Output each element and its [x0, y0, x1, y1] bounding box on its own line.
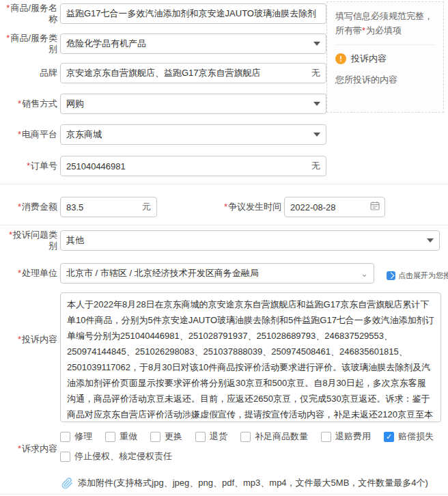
product-name-label: *商品/服务名称 [0, 3, 57, 24]
help-panel-notice: 填写信息必须规范完整，所有带*为必填项 [335, 9, 435, 38]
demands-row-1: 修理 重做 更换 退货 补足商品数量 退赔费用 赔偿损失 [60, 430, 443, 443]
required-asterisk: * [6, 3, 10, 13]
handling-unit-select[interactable]: 北京市 / 市辖区 / 北京经济技术开发区商务金融局 ⌄ [60, 263, 374, 284]
recommend-unit-link[interactable]: 点击展开为您推荐处 [387, 271, 448, 281]
recommend-unit-text: 点击展开为您推荐处 [398, 271, 448, 281]
checkbox-replace[interactable]: 更换 [150, 430, 182, 443]
product-category-select[interactable]: 危险化学品有机产品 [60, 33, 326, 54]
bottom-divider [0, 494, 448, 495]
help-section-desc: 您所投诉的内容 [335, 74, 435, 86]
product-category-value: 危险化学品有机产品 [66, 38, 309, 50]
field-row-product-name: *商品/服务名称 [0, 3, 326, 24]
handling-unit-value: 北京市 / 市辖区 / 北京经济技术开发区商务金融局 [66, 267, 356, 279]
amount-unit-suffix: 元 [139, 201, 151, 213]
required-asterisk: * [18, 334, 21, 344]
platform-value: 京东商城 [66, 128, 309, 141]
demands-row-2: 停止侵权、核定侵权责任 [60, 450, 443, 463]
help-panel-divider [335, 44, 435, 45]
sales-method-select[interactable]: 网购 [60, 94, 326, 114]
required-asterisk: * [9, 230, 12, 240]
demands-options: 修理 重做 更换 退货 补足商品数量 退赔费用 赔偿损失 停止侵权、核定侵权责任 [60, 430, 443, 470]
add-attachment-link[interactable]: 添加附件(支持格式jpg、jpeg、png、pdf、mp3、mp4，文件最大5M… [61, 477, 428, 489]
field-row-product-category: *商品/服务类别 危险化学品有机产品 [0, 33, 326, 54]
field-row-sales-method: *销售方式 网购 [0, 94, 326, 114]
required-asterisk: * [18, 202, 21, 212]
brand-label: 品牌 [0, 68, 57, 79]
exclamation-circle-icon [335, 53, 346, 64]
complaint-form-page: *商品/服务名称 *商品/服务类别 危险化学品有机产品 品牌 无 *销售方式 网… [0, 0, 448, 496]
checkbox-redo[interactable]: 重做 [105, 430, 137, 443]
handling-unit-label: *处理单位 [0, 268, 57, 279]
help-panel: 填写信息必须规范完整，所有带*为必填项 投诉内容 您所投诉的内容 [326, 1, 444, 113]
help-section-title: 投诉内容 [351, 53, 387, 65]
required-asterisk: * [362, 25, 365, 36]
brand-input[interactable] [60, 63, 326, 83]
complaint-content-label: *投诉内容 [0, 333, 57, 346]
chevron-down-icon [313, 133, 320, 137]
chevron-down-icon [313, 102, 320, 106]
checkbox-icon [60, 432, 70, 442]
calendar-icon[interactable] [370, 201, 380, 213]
field-row-brand: 品牌 无 [0, 63, 326, 83]
dispute-date-label: *争议发生时间 [221, 202, 281, 212]
checkbox-make-up-quantity[interactable]: 补足商品数量 [240, 430, 308, 443]
checkbox-icon [60, 452, 70, 462]
section-divider [0, 184, 448, 184]
platform-label: *电商平台 [0, 129, 57, 140]
required-asterisk: * [27, 161, 30, 171]
field-row-platform: *电商平台 京东商城 [0, 124, 326, 145]
checkbox-icon [384, 432, 394, 442]
checkbox-icon [150, 432, 160, 442]
complaint-content-wrap: 本人于2022年8月28日在京东商城的京安途京东自营旗舰店和益跑G17京东自营旗… [60, 292, 441, 425]
checkbox-icon [195, 432, 206, 442]
section-divider [0, 225, 448, 225]
complaint-category-value: 其他 [66, 234, 423, 247]
brand-none-suffix: 无 [309, 67, 320, 79]
product-name-input[interactable] [60, 3, 326, 24]
required-asterisk: * [18, 268, 21, 278]
required-asterisk: * [6, 33, 10, 43]
demands-label: *诉求内容 [0, 443, 57, 455]
sales-method-label: *销售方式 [0, 98, 57, 109]
complaint-category-label: *投诉问题类别 [0, 230, 57, 251]
chevron-down-icon [313, 42, 320, 46]
order-number-label: *订单号 [0, 161, 57, 171]
help-panel-section: 投诉内容 [335, 53, 435, 65]
complaint-category-select[interactable]: 其他 [60, 230, 440, 251]
required-asterisk: * [224, 202, 227, 212]
product-category-label: *商品/服务类别 [0, 33, 57, 54]
required-asterisk: * [18, 443, 21, 454]
field-row-complaint-category: *投诉问题类别 其他 [0, 230, 448, 251]
chevron-down-icon [427, 238, 434, 243]
checkbox-compensate-loss[interactable]: 赔偿损失 [384, 430, 434, 443]
amount-label: *消费金额 [0, 202, 57, 212]
checkbox-stop-infringement[interactable]: 停止侵权、核定侵权责任 [60, 450, 172, 463]
attachment-text: 添加附件(支持格式jpg、jpeg、png、pdf、mp3、mp4，文件最大5M… [78, 477, 428, 489]
checkbox-repair[interactable]: 修理 [60, 430, 92, 443]
order-none-suffix: 无 [309, 160, 320, 172]
required-asterisk: * [18, 129, 21, 139]
paperclip-icon [61, 478, 73, 489]
platform-select[interactable]: 京东商城 [60, 124, 326, 145]
checkbox-refund-fees[interactable]: 退赔费用 [321, 430, 371, 443]
checkbox-icon [240, 432, 251, 442]
checkbox-icon [321, 432, 331, 442]
complaint-content-textarea[interactable]: 本人于2022年8月28日在京东商城的京安途京东自营旗舰店和益跑G17京东自营旗… [60, 292, 441, 422]
field-row-amount-date: *消费金额 元 *争议发生时间 [0, 197, 448, 217]
field-row-handling-unit: *处理单位 北京市 / 市辖区 / 北京经济技术开发区商务金融局 ⌄ [0, 263, 448, 284]
order-number-input[interactable] [60, 156, 326, 176]
checkbox-icon [105, 432, 115, 442]
sales-method-value: 网购 [66, 98, 309, 110]
field-row-order-number: *订单号 无 [0, 156, 326, 176]
expand-arrow-icon [387, 271, 395, 280]
chevron-down-icon: ⌄ [361, 269, 368, 278]
required-asterisk: * [18, 98, 21, 109]
checkbox-return[interactable]: 退货 [195, 430, 227, 443]
